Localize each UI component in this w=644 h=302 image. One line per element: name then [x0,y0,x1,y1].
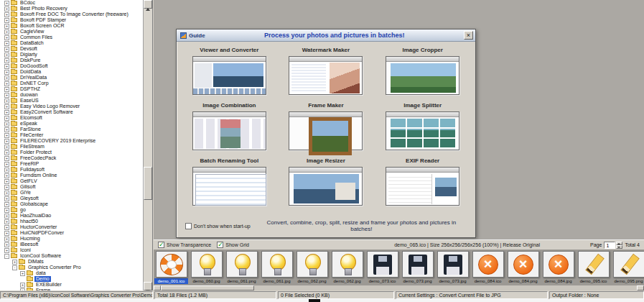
tree-item[interactable]: +FileCenter [0,132,143,138]
tree-item[interactable]: +DoldData [0,69,143,75]
tree-item[interactable]: +Boxoft Screen OCR [0,23,143,29]
tree-item-label[interactable]: DataBatch [19,40,45,46]
expand-icon[interactable]: + [4,41,9,46]
tree-item-label[interactable]: Iconi [19,247,32,253]
tree-item-label[interactable]: HuiCNdPDFConver [19,230,65,236]
tree-item[interactable]: +DataBatch [0,40,143,46]
tree-item[interactable]: -Graphics Converter Pro [0,265,143,270]
expand-icon[interactable]: + [4,127,9,132]
expand-icon[interactable]: + [4,47,9,52]
page-spinner[interactable] [616,242,622,249]
tree-item[interactable]: +iBeesoft [0,242,143,247]
expand-icon[interactable]: + [20,283,25,288]
tree-item[interactable]: +Furndism Online [0,173,143,178]
thumbnail[interactable] [472,251,504,278]
thumbnail[interactable] [578,251,610,278]
expand-icon[interactable]: + [4,237,9,242]
expand-icon[interactable]: + [4,219,9,224]
expand-icon[interactable]: + [4,248,9,253]
filmstrip-item[interactable]: demo_084.jpg [541,250,576,285]
scroll-down-icon[interactable] [144,282,152,290]
tree-item[interactable]: +DoGoodSoft [0,63,143,69]
expand-icon[interactable]: + [20,271,25,276]
expand-icon[interactable]: + [4,116,9,121]
feature-thumbnail[interactable] [386,111,459,150]
tree-item-label[interactable]: Gleysoft [19,196,40,201]
tree-item-label[interactable]: Graphics Converter Pro [27,265,83,270]
expand-icon[interactable]: + [4,145,9,150]
tree-item[interactable]: +Boxoft PDF Stamper [0,17,143,23]
tree-item-label[interactable]: Globalscape [19,201,50,207]
expand-icon[interactable]: + [4,139,9,144]
tree-item[interactable]: +Hucming [0,236,143,242]
feature-thumbnail[interactable] [289,167,363,206]
feature-viewer-and-converter[interactable]: Viewer and Converter [181,45,278,100]
feature-batch-renaming-tool[interactable]: Batch Renaming Tool [181,155,278,211]
tree-item[interactable]: +Demo [0,276,143,282]
expand-icon[interactable]: + [4,133,9,138]
scroll-right-icon[interactable] [637,285,644,290]
expand-icon[interactable]: + [4,202,9,207]
tree-item[interactable]: +Folder Protect [0,150,143,155]
collapse-icon[interactable]: - [12,265,17,270]
page-input[interactable]: 1 [604,242,615,249]
tree-item-label[interactable]: HuctorConverter [19,224,58,230]
tree-item-label[interactable]: Demo [34,276,51,282]
tree-item-label[interactable]: iBeesoft [19,242,39,247]
dont-show-checkbox[interactable] [185,223,192,229]
tree-item[interactable]: +Iconi [0,247,143,253]
expand-icon[interactable]: + [4,1,9,6]
tree-item[interactable]: +DxNET Corp [0,81,143,86]
expand-icon[interactable]: + [4,76,9,81]
feature-thumbnail[interactable] [192,167,266,206]
tree-item-label[interactable]: Fulldaysoft [19,167,46,173]
expand-icon[interactable]: + [4,64,9,69]
feature-watermark-maker[interactable]: Watermark Maker [278,45,375,100]
expand-icon[interactable]: + [4,214,9,219]
thumbnail[interactable] [332,251,363,278]
feature-frame-maker[interactable]: Frame Maker [278,100,375,155]
tree-item-label[interactable]: Boxoft PDF Stamper [19,17,67,23]
scrollbar-track[interactable] [161,285,637,290]
tree-item-label[interactable]: EaseUS [19,98,40,104]
tree-item-label[interactable]: FarStone [19,127,42,132]
show-grid-checkbox[interactable] [217,242,223,248]
expand-icon[interactable]: + [4,173,9,178]
feature-image-resizer[interactable]: Image Resizer [278,155,375,211]
expand-icon[interactable]: + [4,156,9,161]
tree-item-label[interactable]: data [34,270,47,276]
expand-icon[interactable]: + [4,162,9,167]
tree-item[interactable]: +GetFLV [0,178,143,184]
tree-item[interactable]: +Gilisoft [0,184,143,190]
tree-item[interactable]: +HaoZhuaiDao [0,213,143,219]
tree-item-label[interactable]: DoGoodSoft [19,63,50,69]
tree-item-label[interactable]: DiskPure [19,58,42,63]
tree-item[interactable]: +hhact50 [0,219,143,224]
tree-item-label[interactable]: DxNET Corp [19,81,50,86]
thumbnail[interactable] [543,251,574,278]
tree-item[interactable]: +GlYe [0,190,143,196]
filmstrip-item[interactable]: demo_084.ico [470,250,505,285]
tree-item-label[interactable]: EXEBuilder [34,282,63,288]
tree-item[interactable]: +FreeRIP [0,161,143,167]
expand-icon[interactable]: + [4,208,9,213]
tree-item[interactable]: +Devsoft [0,46,143,52]
tree-item[interactable]: +HuiCNdPDFConver [0,230,143,236]
scrollbar-thumb[interactable] [161,285,254,290]
tree-item-label[interactable]: CagleView [19,29,45,35]
tree-item-label[interactable]: Digiarty [19,52,39,58]
thumbnail[interactable] [191,251,223,278]
show-transparence-checkbox[interactable] [158,242,164,248]
expand-icon[interactable]: + [4,99,9,104]
tree-item-label[interactable]: go [19,207,27,213]
tree-item[interactable]: -IconCool Software [0,253,143,259]
thumbnail[interactable] [613,251,644,278]
tree-item-label[interactable]: FILERECOVERY 2019 Enterprise [19,138,97,144]
expand-icon[interactable]: + [4,110,9,115]
tree-item[interactable]: +CagleView [0,29,143,35]
tree-item-label[interactable]: IconCool Software [19,253,62,259]
feature-image-combination[interactable]: Image Combination [181,100,278,155]
tree-item[interactable]: +DiskPure [0,58,143,63]
feature-thumbnail[interactable] [289,56,363,95]
thumbnail[interactable] [226,251,258,278]
